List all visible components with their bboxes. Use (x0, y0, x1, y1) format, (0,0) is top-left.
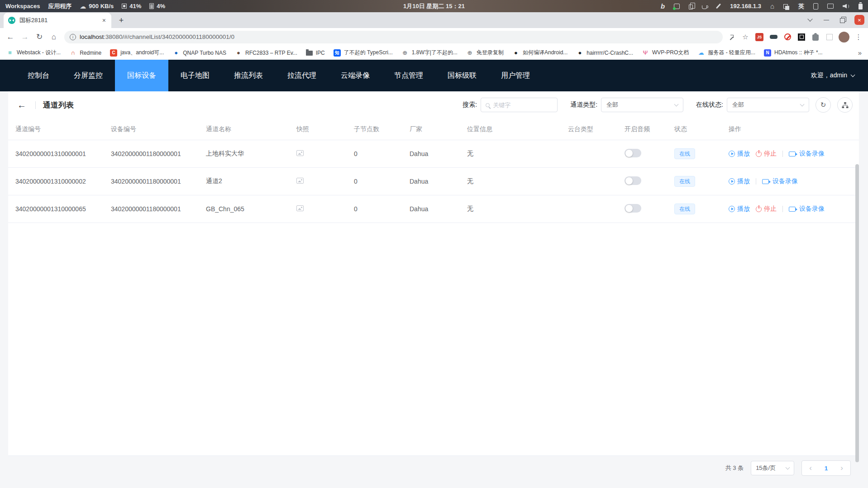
search-input-box[interactable] (481, 98, 558, 112)
bookmark-item-11[interactable]: ●hairrrrr/C-CrashC... (576, 49, 633, 57)
site-info-icon[interactable] (70, 34, 76, 40)
window-close-button[interactable]: × (854, 15, 864, 25)
caffeine-tray-icon[interactable] (702, 5, 707, 9)
page-size-select[interactable]: 15条/页 (751, 461, 794, 475)
bookmark-item-2[interactable]: ∩Redmine (69, 49, 101, 57)
browser-reload-button[interactable]: ↻ (33, 30, 46, 44)
snapshot-icon[interactable] (296, 205, 304, 211)
nav-item-1[interactable]: 控制台 (15, 60, 62, 91)
ip-address-indicator[interactable]: 192.168.1.3 (730, 3, 761, 9)
browser-tab[interactable]: 国标28181 × (4, 13, 111, 28)
snapshot-icon[interactable] (296, 150, 304, 156)
clipboard-tray-icon[interactable] (689, 5, 693, 9)
battery-icon[interactable] (858, 4, 863, 9)
prev-page-button[interactable]: ‹ (809, 464, 812, 473)
bookmark-item-8[interactable]: ⊕1.8W字|了不起的... (401, 49, 458, 57)
app-indicator-icon[interactable] (674, 4, 680, 9)
restore-button[interactable] (838, 15, 847, 24)
play-action[interactable]: 播放 (729, 150, 750, 158)
scrollbar-thumb[interactable] (855, 164, 859, 462)
search-input[interactable] (493, 102, 553, 109)
profile-avatar[interactable] (839, 32, 849, 43)
input-method-indicator[interactable]: 英 (798, 2, 804, 10)
color-picker-tray-icon[interactable] (716, 4, 721, 9)
workspaces-button[interactable]: Workspaces (5, 3, 40, 9)
display-tray-icon[interactable] (827, 4, 834, 9)
browser-home-button[interactable]: ⌂ (47, 30, 61, 44)
play-action[interactable]: 播放 (729, 205, 750, 213)
network-speed-indicator[interactable]: 900 KB/s (80, 3, 114, 10)
nav-item-8[interactable]: 节点管理 (382, 60, 435, 91)
nav-item-4[interactable]: 电子地图 (168, 60, 222, 91)
extension-screenshot-icon[interactable] (796, 32, 806, 42)
new-tab-button[interactable]: + (115, 14, 128, 27)
user-menu[interactable]: 欢迎，admin (811, 60, 868, 91)
bookmark-item-3[interactable]: Cjava、android可... (110, 49, 164, 57)
nav-item-6[interactable]: 拉流代理 (275, 60, 329, 91)
browser-menu-icon[interactable]: ⋮ (854, 32, 863, 42)
bookmark-item-4[interactable]: ●QNAP Turbo NAS (172, 49, 226, 57)
memory-indicator[interactable]: 4% (149, 3, 165, 9)
extension-js-icon[interactable]: JS (754, 32, 764, 42)
device-record-action[interactable]: 设备录像 (789, 150, 825, 158)
memory-value: 4% (157, 3, 165, 9)
stop-action[interactable]: 停止 (756, 205, 777, 213)
tab-search-chevron-icon[interactable] (806, 15, 815, 24)
volume-icon[interactable] (843, 4, 849, 9)
minimize-button[interactable] (822, 15, 831, 24)
nav-item-10[interactable]: 用户管理 (489, 60, 542, 91)
channel-type-select[interactable]: 全部 (601, 98, 683, 112)
bookmark-item-12[interactable]: ΨWVP-PRO文档 (642, 49, 689, 57)
refresh-button[interactable]: ↻ (816, 97, 831, 113)
play-action[interactable]: 播放 (729, 177, 750, 185)
page-size-value: 15条/页 (756, 464, 776, 472)
page-back-button[interactable]: ← (15, 100, 28, 110)
applications-menu[interactable]: 应用程序 (48, 2, 72, 10)
online-status-select[interactable]: 全部 (727, 98, 809, 112)
browser-back-button[interactable]: ← (4, 30, 17, 44)
page-number[interactable]: 1 (825, 465, 828, 472)
bookmark-item-5[interactable]: ●RFC2833 – RTP Ev... (235, 49, 297, 57)
bookmarks-overflow-icon[interactable]: » (855, 49, 862, 57)
bing-tray-icon[interactable] (661, 2, 665, 10)
cell-channel-id: 34020000001310000001 (8, 150, 104, 157)
bookmark-item-14[interactable]: NHDAtmos :: 种子 *... (764, 49, 823, 57)
tree-view-button[interactable] (837, 97, 853, 113)
window-switcher-icon[interactable] (783, 4, 788, 9)
audio-toggle[interactable] (625, 149, 641, 157)
extension-notes-icon[interactable] (825, 32, 835, 42)
audio-toggle[interactable] (625, 176, 641, 185)
extension-adguard-icon[interactable] (768, 32, 778, 42)
cpu-indicator[interactable]: 41% (122, 3, 141, 9)
device-record-action[interactable]: 设备录像 (789, 205, 825, 213)
bookmark-item-6[interactable]: IPC (306, 50, 325, 56)
nav-item-7[interactable]: 云端录像 (329, 60, 382, 91)
zhihu-icon: 知 (334, 49, 341, 57)
nav-item-3[interactable]: 国标设备 (115, 60, 168, 91)
browser-forward-button[interactable]: → (18, 30, 32, 44)
home-tray-icon[interactable] (770, 2, 774, 10)
audio-toggle[interactable] (625, 204, 641, 213)
share-icon[interactable] (726, 32, 736, 42)
extension-blocker-icon[interactable] (782, 32, 792, 42)
tab-title: 国标28181 (19, 16, 97, 24)
address-bar[interactable]: localhost:38080/#/channelList/3402000000… (64, 31, 723, 43)
bookmark-item-10[interactable]: ●如何编译Android... (512, 49, 568, 57)
snapshot-icon[interactable] (296, 178, 304, 184)
phone-tray-icon[interactable] (813, 3, 818, 9)
extensions-puzzle-icon[interactable] (811, 32, 820, 42)
bookmark-item-7[interactable]: 知了不起的 TypeScri... (334, 49, 393, 57)
nav-item-2[interactable]: 分屏监控 (62, 60, 115, 91)
bookmark-item-9[interactable]: ⊕免登录复制 (466, 49, 504, 57)
device-record-action[interactable]: 设备录像 (762, 177, 798, 185)
next-page-button[interactable]: › (840, 464, 843, 473)
bookmark-star-icon[interactable]: ☆ (740, 32, 750, 42)
table-row: 3402000000131000000134020000001180000001… (8, 140, 859, 168)
stop-action[interactable]: 停止 (756, 150, 777, 158)
nav-item-5[interactable]: 推流列表 (222, 60, 275, 91)
bookmark-item-1[interactable]: ≡Webstack - 设计... (6, 49, 61, 57)
nav-item-9[interactable]: 国标级联 (435, 60, 489, 91)
tab-close-icon[interactable]: × (101, 17, 107, 24)
bookmark-item-13[interactable]: ☁服务器 - 轻量应用... (697, 49, 755, 57)
column-header-4: 快照 (289, 125, 347, 133)
